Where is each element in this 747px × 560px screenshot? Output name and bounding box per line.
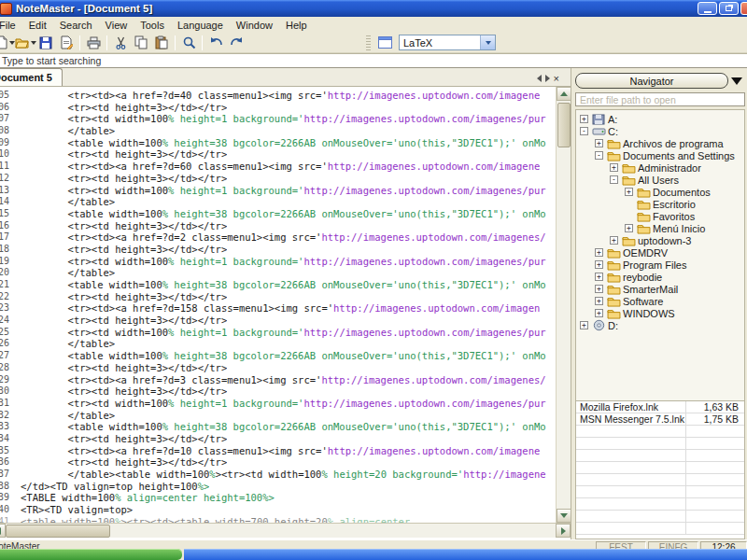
print-button[interactable] (83, 34, 104, 52)
paste-button[interactable] (151, 34, 172, 52)
tab-document-5[interactable]: Document 5 (0, 68, 63, 86)
cut-button[interactable] (110, 34, 131, 52)
tree-item-windows[interactable]: +WINDOWS (576, 307, 744, 319)
menu-edit[interactable]: Edit (22, 19, 53, 32)
combobox-dropdown-button[interactable] (480, 35, 495, 49)
tree-item-escritorio[interactable]: +Escritorio (576, 198, 744, 210)
code-line[interactable]: 227 <table width=100% height=38 bgcolor=… (0, 350, 556, 362)
folder-tree[interactable]: +A:-C:+Archivos de programa-Documents an… (575, 109, 745, 400)
expand-icon[interactable]: + (580, 115, 588, 123)
code-line[interactable]: 228 <tr><td height=3></td></tr> (0, 362, 556, 374)
copy-button[interactable] (131, 34, 151, 52)
tree-item-uptodown-3[interactable]: +uptodown-3 (576, 234, 744, 246)
redo-button[interactable] (226, 34, 247, 52)
code-line[interactable]: 233 <table width=100% height=38 bgcolor=… (0, 421, 556, 433)
code-line[interactable]: 238</td><TD valign=top height=100%> (0, 481, 556, 493)
tree-item-software[interactable]: +Software (576, 295, 744, 307)
code-line[interactable]: 211 <tr><td><a href=?d=60 class=menu1><i… (0, 161, 556, 173)
file-row[interactable]: MSN Messenger 7.5.lnk1,75 KB (576, 413, 744, 426)
menu-search[interactable]: Search (53, 19, 99, 32)
tree-item-oemdrv[interactable]: +OEMDRV (576, 246, 744, 259)
expand-icon[interactable]: + (595, 297, 603, 305)
menu-file[interactable]: File (0, 19, 22, 32)
code-line[interactable]: 219 <tr><td width=100% height=1 backgrou… (0, 256, 556, 268)
code-line[interactable]: 213 <tr><td width=100% height=1 backgrou… (0, 185, 556, 197)
tree-item-smartermail[interactable]: +SmarterMail (576, 283, 744, 295)
menu-language[interactable]: Language (171, 19, 230, 32)
expand-icon[interactable]: + (595, 273, 603, 281)
code-line[interactable]: 220 </table> (0, 267, 556, 279)
code-line[interactable]: 239<TABLE width=100% align=center height… (0, 492, 556, 504)
expand-icon[interactable]: + (595, 248, 603, 257)
navigator-button[interactable]: Navigator (575, 73, 728, 89)
tree-item-favoritos[interactable]: +Favoritos (576, 210, 744, 222)
code-line[interactable]: 236 <tr><td height=3></td></tr> (0, 456, 556, 469)
menu-view[interactable]: View (99, 19, 134, 32)
restore-button[interactable] (719, 2, 739, 15)
file-row[interactable]: Mozilla Firefox.lnk1,63 KB (576, 401, 744, 413)
code-editor[interactable]: 205 <tr><td><a href=?d=40 class=menu1><i… (0, 87, 571, 523)
new-document-button[interactable] (0, 34, 15, 52)
file-path-input[interactable]: Enter file path to open (575, 92, 745, 106)
expand-icon[interactable]: + (595, 139, 603, 147)
code-line[interactable]: 221 <table width=100% height=38 bgcolor=… (0, 279, 556, 291)
menu-help[interactable]: Help (279, 19, 314, 32)
tab-scroll-right-icon[interactable] (545, 75, 550, 82)
expand-icon[interactable]: + (625, 188, 633, 196)
code-line[interactable]: 215 <table width=100% height=38 bgcolor=… (0, 208, 556, 220)
code-line[interactable]: 206 <tr><td height=3></td></tr> (0, 102, 556, 114)
code-line[interactable]: 232 </table> (0, 410, 556, 422)
code-line[interactable]: 231 <tr><td width=100% height=1 backgrou… (0, 398, 556, 410)
tree-item-all-users[interactable]: -All Users (576, 174, 744, 186)
code-line[interactable]: 235 <tr><td><a href=?d=10 class=menu1><i… (0, 445, 556, 457)
menu-tools[interactable]: Tools (134, 19, 171, 32)
code-line[interactable]: 210 <tr><td height=3></td></tr> (0, 148, 556, 161)
code-line[interactable]: 225 <tr><td width=100% height=1 backgrou… (0, 327, 556, 339)
tree-item-administrador[interactable]: +Administrador (576, 161, 744, 174)
collapse-icon[interactable]: - (580, 127, 588, 135)
expand-icon[interactable]: + (625, 224, 633, 232)
title-bar[interactable]: NoteMaster - [Document 5] × (0, 0, 747, 17)
file-list[interactable]: Mozilla Firefox.lnk1,63 KBMSN Messenger … (575, 400, 745, 539)
tree-item-documentos[interactable]: +Documentos (576, 186, 744, 198)
code-line[interactable]: 224 <tr><td height=3></td></tr> (0, 315, 556, 327)
tree-item-reybodie[interactable]: +reybodie (576, 271, 744, 283)
horizontal-scroll-thumb[interactable] (6, 525, 110, 538)
menu-window[interactable]: Window (230, 19, 279, 32)
open-folder-button[interactable] (15, 34, 35, 52)
scroll-down-button[interactable] (557, 509, 571, 523)
code-line[interactable]: 241<table width=100%><tr><td><table widt… (0, 516, 556, 523)
code-line[interactable]: 240<TR><TD valign=top> (0, 504, 556, 516)
tree-item-documents-and-settings[interactable]: -Documents and Settings (576, 149, 744, 161)
navigator-dropdown-button[interactable] (728, 77, 745, 85)
search-button[interactable] (178, 34, 199, 52)
code-line[interactable]: 229 <tr><td><a href=?d=3 class=menu1><im… (0, 374, 556, 386)
tree-item-a[interactable]: +A: (576, 113, 744, 125)
undo-button[interactable] (205, 34, 226, 52)
code-line[interactable]: 223 <tr><td><a href=?d=158 class=menu1><… (0, 302, 556, 315)
code-line[interactable]: 237 </table><table width=100%><tr><td wi… (0, 469, 556, 481)
scroll-up-button[interactable] (557, 87, 571, 101)
code-line[interactable]: 207 <tr><td width=100% height=1 backgrou… (0, 113, 556, 125)
save-button[interactable] (35, 34, 56, 52)
tree-item-archivos-de-programa[interactable]: +Archivos de programa (576, 137, 744, 149)
code-line[interactable]: 205 <tr><td><a href=?d=40 class=menu1><i… (0, 90, 556, 102)
code-line[interactable]: 209 <table width=100% height=38 bgcolor=… (0, 137, 556, 149)
start-button[interactable] (0, 549, 182, 560)
expand-icon[interactable]: + (610, 236, 618, 245)
tree-item-program-files[interactable]: +Program Files (576, 259, 744, 271)
syntax-combobox[interactable]: LaTeX (399, 35, 496, 50)
quick-search-bar[interactable]: Type to start searching (0, 53, 747, 68)
code-line[interactable]: 214 </table> (0, 196, 556, 208)
code-line[interactable]: 218 <tr><td height=3></td></tr> (0, 244, 556, 256)
tree-item-men-inicio[interactable]: +Menú Inicio (576, 222, 744, 234)
expand-icon[interactable]: + (595, 285, 603, 293)
code-line[interactable]: 230 <tr><td height=3></td></tr> (0, 385, 556, 398)
horizontal-scrollbar[interactable] (0, 523, 571, 538)
code-line[interactable]: 217 <tr><td><a href=?d=2 class=menu1><im… (0, 231, 556, 244)
expand-icon[interactable]: + (595, 309, 603, 317)
expand-icon[interactable]: + (595, 260, 603, 269)
toolbar-grip[interactable] (366, 35, 371, 50)
expand-icon[interactable]: + (580, 321, 588, 329)
collapse-icon[interactable]: - (595, 151, 603, 160)
